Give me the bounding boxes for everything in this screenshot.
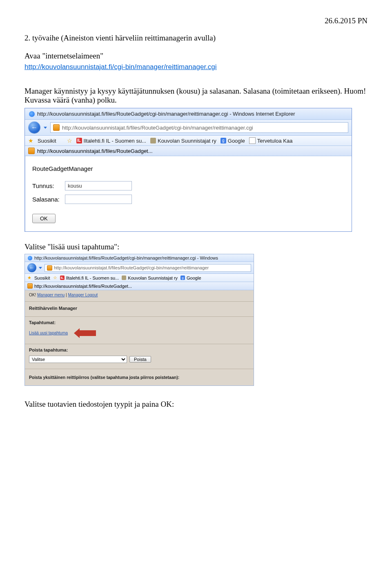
fav-item-iltalehti[interactable]: ILIltalehti.fi IL - Suomen su... <box>60 276 119 280</box>
fav-item-tervetuloa[interactable]: Tervetuloa Kaa <box>249 137 293 144</box>
username-label: Tunnus: <box>32 182 61 189</box>
url-text: http://kouvolansuunnistajat.fi/files/Rou… <box>54 265 209 270</box>
page-favicon-icon <box>47 265 52 271</box>
intro-line: Avaa "internetselaimeen" <box>24 52 368 60</box>
ie-address-bar: ← http://kouvolansuunnistajat.fi/files/R… <box>25 120 352 136</box>
screenshot-login: http://kouvolansuunnistajat.fi/files/Rou… <box>24 108 352 232</box>
tab-favicon-icon <box>28 148 35 154</box>
ie2-address-bar: ← http://kouvolansuunnistajat.fi/files/R… <box>25 262 254 274</box>
manager-menu-link[interactable]: Manager menu <box>37 293 65 297</box>
screenshot-manager: http://kouvolansuunnistajat.fi/files/Rou… <box>24 254 254 386</box>
select-file-types-text: Valitse tuotavien tiedostojen tyypit ja … <box>24 400 368 409</box>
delete-event-select[interactable]: Valitse <box>29 356 127 363</box>
ie-titlebar: http://kouvolansuunnistajat.fi/files/Rou… <box>25 108 352 120</box>
tab-favicon-icon <box>27 283 33 289</box>
tab-title[interactable]: http://kouvolansuunnistajat.fi/files/Rou… <box>37 148 153 154</box>
ie-logo-icon <box>28 256 32 260</box>
url-field[interactable]: http://kouvolansuunnistajat.fi/files/Rou… <box>45 264 251 272</box>
kouvolan-icon <box>150 138 156 143</box>
back-button[interactable]: ← <box>27 263 36 272</box>
favorites-label: Suosikit <box>34 276 50 280</box>
delete-route-note: Poista yksittäinen reittipiirros (valits… <box>29 375 249 380</box>
fav-item-iltalehti[interactable]: ILIltalehti.fi IL - Suomen su... <box>76 138 146 144</box>
add-event-row: Lisää uusi tapahtuma <box>29 328 249 338</box>
ie2-tab-bar: http://kouvolansuunnistajat.fi/files/Rou… <box>25 282 254 290</box>
fav-item-kouvolan[interactable]: Kouvolan Suunnistajat ry <box>150 138 216 144</box>
ie-tab-bar: http://kouvolansuunnistajat.fi/files/Rou… <box>25 146 352 156</box>
favorites-star-icon[interactable]: ★ <box>28 137 33 144</box>
favorites-bar: ★ Suosikit ☆ ILIltalehti.fi IL - Suomen … <box>25 136 352 146</box>
ie-title-text: http://kouvolansuunnistajat.fi/files/Rou… <box>37 111 295 117</box>
manager-url-link[interactable]: http://kouvolansuunnistajat.fi/cgi-bin/m… <box>24 63 217 71</box>
password-input[interactable] <box>65 195 132 204</box>
fav-item-google[interactable]: gGoogle <box>220 138 245 144</box>
url-field[interactable]: http://kouvolansuunnistajat.fi/files/Rou… <box>50 122 348 133</box>
page-favicon-icon <box>53 124 60 131</box>
status-ok: OK! <box>29 293 36 297</box>
back-button[interactable]: ← <box>28 121 40 134</box>
divider <box>25 301 254 302</box>
fav-add-star-icon[interactable]: ☆ <box>67 137 72 144</box>
divider <box>25 344 254 344</box>
divider <box>25 369 254 369</box>
favorites-label: Suosikit <box>38 138 56 144</box>
tab-title[interactable]: http://kouvolansuunnistajat.fi/files/Rou… <box>34 284 132 289</box>
divider <box>25 316 254 317</box>
fav-item-google[interactable]: gGoogle <box>180 276 201 280</box>
login-page-content: RouteGadgetManager Tunnus: Salasana: OK <box>25 156 352 231</box>
events-label: Tapahtumat: <box>29 320 249 325</box>
select-add-event-text: Valitse "lisää uusi tapahtuma": <box>24 242 368 251</box>
section-title: 2. työvaihe (Aineiston vienti härveliin … <box>24 34 368 43</box>
app-title: RouteGadgetManager <box>32 165 345 172</box>
password-label: Salasana: <box>32 196 61 203</box>
top-links: OK! Manager menu | Manager Logout <box>29 293 249 297</box>
add-event-link[interactable]: Lisää uusi tapahtuma <box>29 331 68 335</box>
ie2-titlebar: http://kouvolansuunnistajat.fi/files/Rou… <box>25 254 254 262</box>
kouvolan-icon <box>122 276 126 280</box>
iltalehti-icon: IL <box>76 138 82 143</box>
favorites-bar: ★ Suosikit ☆ ILIltalehti.fi IL - Suomen … <box>25 274 254 282</box>
manager-logout-link[interactable]: Manager Logout <box>68 293 98 297</box>
delete-event-label: Poista tapahtuma: <box>29 347 249 352</box>
fav-item-kouvolan[interactable]: Kouvolan Suunnistajat ry <box>122 276 178 280</box>
iltalehti-icon: IL <box>60 276 65 280</box>
ok-button[interactable]: OK <box>32 214 56 223</box>
manager-panel: OK! Manager menu | Manager Logout Reitti… <box>25 290 254 385</box>
delete-event-row: Valitse Poista <box>29 356 249 363</box>
username-input[interactable] <box>65 181 132 190</box>
back-dropdown-icon[interactable] <box>44 127 47 129</box>
ie2-title-text: http://kouvolansuunnistajat.fi/files/Rou… <box>34 255 218 260</box>
fav-add-star-icon[interactable]: ☆ <box>53 275 57 280</box>
page-icon <box>249 137 256 144</box>
red-arrow-icon <box>74 328 96 338</box>
manager-heading: Reittihärvelin Manager <box>29 306 249 311</box>
google-icon: g <box>180 276 185 280</box>
back-dropdown-icon[interactable] <box>39 267 42 269</box>
url-text: http://kouvolansuunnistajat.fi/files/Rou… <box>62 125 253 131</box>
delete-button[interactable]: Poista <box>129 356 151 363</box>
ie-logo-icon <box>29 111 35 117</box>
login-desc: Manager käynnistyy ja kysyy käyttäjätunn… <box>24 87 368 105</box>
favorites-star-icon[interactable]: ★ <box>27 275 31 280</box>
google-icon: g <box>220 138 226 143</box>
page-date: 26.6.2015 PN <box>24 16 368 25</box>
